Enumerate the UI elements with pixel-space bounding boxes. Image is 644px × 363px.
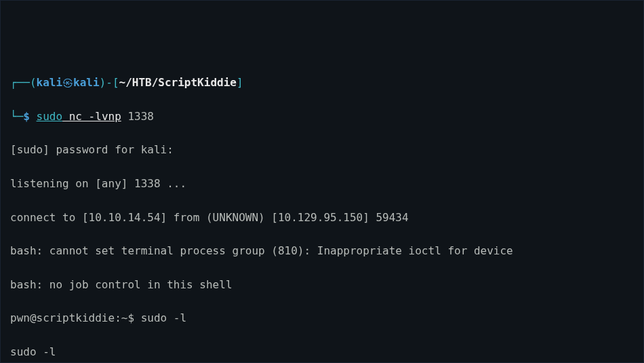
cmd-sudo: sudo [37, 110, 63, 123]
cmd-nc: nc -lvnp [62, 110, 121, 123]
prompt-line-1: ┌──(kali㉿kali)-[~/HTB/ScriptKiddie] [10, 75, 634, 92]
prompt-dash2: └─ [10, 110, 23, 123]
output-echo: sudo -l [10, 344, 634, 361]
dollar-icon: $ [23, 110, 30, 123]
remote-prompt-text: pwn@scriptkiddie:~$ [10, 311, 141, 324]
dash-bracket: -[ [106, 76, 119, 89]
prompt-line-2[interactable]: └─$ sudo nc -lvnp 1338 [10, 109, 634, 126]
cmd-arg: 1338 [121, 110, 154, 123]
remote-cmd: sudo -l [141, 311, 186, 324]
skull-icon: ㉿ [62, 76, 73, 89]
output-bash-error1: bash: cannot set terminal process group … [10, 243, 634, 260]
remote-prompt-1[interactable]: pwn@scriptkiddie:~$ sudo -l [10, 310, 634, 327]
prompt-user: kali [37, 76, 63, 89]
prompt-path: ~/HTB/ScriptKiddie [119, 76, 237, 89]
output-listening: listening on [any] 1338 ... [10, 176, 634, 193]
output-connect: connect to [10.10.14.54] from (UNKNOWN) … [10, 210, 634, 227]
bracket-close: ] [237, 76, 243, 89]
prompt-host: kali [73, 76, 100, 89]
paren-open: ( [30, 76, 37, 89]
paren-close: ) [100, 76, 106, 89]
output-sudo-password: [sudo] password for kali: [10, 142, 634, 159]
prompt-dash: ┌── [10, 76, 30, 89]
output-bash-error2: bash: no job control in this shell [10, 277, 634, 294]
